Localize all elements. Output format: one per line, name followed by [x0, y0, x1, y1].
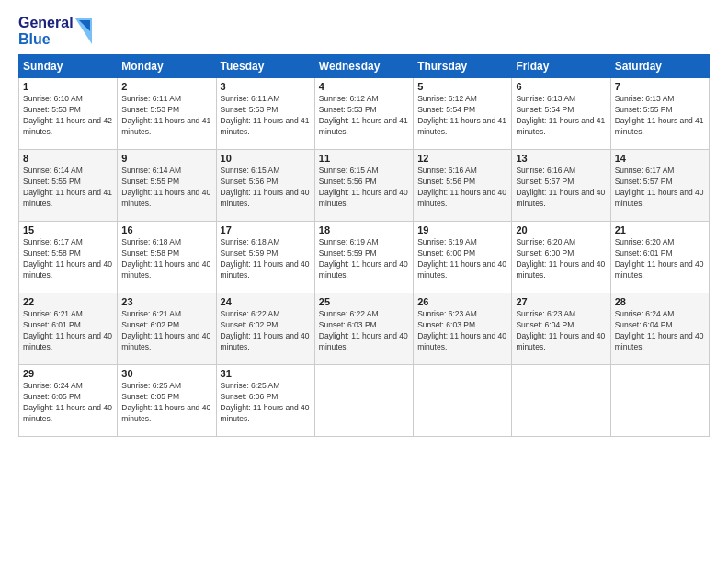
day-info: Sunrise: 6:16 AMSunset: 5:57 PMDaylight:… [516, 166, 606, 210]
day-info: Sunrise: 6:19 AMSunset: 6:00 PMDaylight:… [417, 237, 507, 282]
day-info: Sunrise: 6:23 AMSunset: 6:04 PMDaylight:… [516, 309, 606, 353]
calendar: SundayMondayTuesdayWednesdayThursdayFrid… [18, 54, 710, 437]
day-info: Sunrise: 6:21 AMSunset: 6:02 PMDaylight:… [121, 309, 211, 353]
day-number: 16 [121, 224, 211, 236]
day-number: 7 [615, 81, 705, 92]
page: General Blue SundayMondayTuesdayWednesda… [0, 0, 728, 563]
calendar-cell: 6 Sunrise: 6:13 AMSunset: 5:54 PMDayligh… [512, 78, 610, 150]
logo-text-general: General [18, 15, 74, 31]
day-info: Sunrise: 6:13 AMSunset: 5:55 PMDaylight:… [615, 94, 705, 138]
weekday-header-monday: Monday [118, 55, 216, 78]
day-info: Sunrise: 6:19 AMSunset: 5:59 PMDaylight:… [319, 237, 409, 282]
calendar-cell: 18 Sunrise: 6:19 AMSunset: 5:59 PMDaylig… [314, 222, 413, 293]
calendar-cell [314, 365, 413, 437]
calendar-cell: 26 Sunrise: 6:23 AMSunset: 6:03 PMDaylig… [414, 293, 512, 365]
calendar-cell: 30 Sunrise: 6:25 AMSunset: 6:05 PMDaylig… [118, 365, 216, 437]
weekday-header-wednesday: Wednesday [314, 55, 413, 78]
calendar-cell: 27 Sunrise: 6:23 AMSunset: 6:04 PMDaylig… [512, 293, 610, 365]
day-number: 26 [417, 296, 507, 307]
day-number: 31 [221, 368, 311, 379]
day-number: 1 [23, 81, 113, 92]
weekday-header-tuesday: Tuesday [216, 55, 314, 78]
weekday-header-saturday: Saturday [610, 55, 709, 78]
day-info: Sunrise: 6:15 AMSunset: 5:56 PMDaylight:… [319, 166, 409, 210]
day-info: Sunrise: 6:12 AMSunset: 5:53 PMDaylight:… [319, 94, 409, 138]
calendar-cell: 23 Sunrise: 6:21 AMSunset: 6:02 PMDaylig… [118, 293, 216, 365]
day-number: 21 [615, 224, 705, 236]
calendar-cell: 12 Sunrise: 6:16 AMSunset: 5:56 PMDaylig… [414, 150, 512, 222]
day-number: 13 [516, 153, 606, 164]
day-info: Sunrise: 6:18 AMSunset: 5:58 PMDaylight:… [121, 237, 211, 282]
logo-text-blue: Blue [18, 31, 74, 48]
calendar-cell: 31 Sunrise: 6:25 AMSunset: 6:06 PMDaylig… [216, 365, 314, 437]
day-info: Sunrise: 6:20 AMSunset: 6:01 PMDaylight:… [615, 237, 705, 282]
day-info: Sunrise: 6:22 AMSunset: 6:03 PMDaylight:… [319, 309, 409, 353]
calendar-cell: 9 Sunrise: 6:14 AMSunset: 5:55 PMDayligh… [118, 150, 216, 222]
calendar-cell: 2 Sunrise: 6:11 AMSunset: 5:53 PMDayligh… [118, 78, 216, 150]
day-info: Sunrise: 6:23 AMSunset: 6:03 PMDaylight:… [417, 309, 507, 353]
day-info: Sunrise: 6:22 AMSunset: 6:02 PMDaylight:… [221, 309, 311, 353]
calendar-cell: 13 Sunrise: 6:16 AMSunset: 5:57 PMDaylig… [512, 150, 610, 222]
calendar-cell: 10 Sunrise: 6:15 AMSunset: 5:56 PMDaylig… [216, 150, 314, 222]
calendar-cell: 19 Sunrise: 6:19 AMSunset: 6:00 PMDaylig… [414, 222, 512, 293]
day-number: 4 [319, 81, 409, 92]
day-info: Sunrise: 6:16 AMSunset: 5:56 PMDaylight:… [417, 166, 507, 210]
day-info: Sunrise: 6:12 AMSunset: 5:54 PMDaylight:… [417, 94, 507, 138]
day-info: Sunrise: 6:18 AMSunset: 5:59 PMDaylight:… [221, 237, 311, 282]
day-info: Sunrise: 6:24 AMSunset: 6:04 PMDaylight:… [615, 309, 705, 353]
calendar-cell: 1 Sunrise: 6:10 AMSunset: 5:53 PMDayligh… [19, 78, 118, 150]
calendar-cell: 17 Sunrise: 6:18 AMSunset: 5:59 PMDaylig… [216, 222, 314, 293]
header: General Blue [18, 15, 710, 47]
calendar-cell: 25 Sunrise: 6:22 AMSunset: 6:03 PMDaylig… [314, 293, 413, 365]
day-number: 19 [417, 224, 507, 236]
day-number: 23 [121, 296, 211, 307]
day-number: 10 [221, 153, 311, 164]
day-number: 17 [221, 224, 311, 236]
day-info: Sunrise: 6:10 AMSunset: 5:53 PMDaylight:… [23, 94, 113, 138]
logo: General Blue [18, 15, 92, 47]
calendar-cell: 20 Sunrise: 6:20 AMSunset: 6:00 PMDaylig… [512, 222, 610, 293]
day-number: 8 [23, 153, 113, 164]
day-info: Sunrise: 6:17 AMSunset: 5:58 PMDaylight:… [23, 237, 113, 282]
day-number: 20 [516, 224, 606, 236]
day-info: Sunrise: 6:11 AMSunset: 5:53 PMDaylight:… [221, 94, 311, 138]
weekday-header-friday: Friday [512, 55, 610, 78]
calendar-cell: 11 Sunrise: 6:15 AMSunset: 5:56 PMDaylig… [314, 150, 413, 222]
calendar-cell [512, 365, 610, 437]
calendar-cell: 29 Sunrise: 6:24 AMSunset: 6:05 PMDaylig… [19, 365, 118, 437]
day-info: Sunrise: 6:17 AMSunset: 5:57 PMDaylight:… [615, 166, 705, 210]
calendar-cell: 22 Sunrise: 6:21 AMSunset: 6:01 PMDaylig… [19, 293, 118, 365]
day-number: 15 [23, 224, 113, 236]
calendar-cell: 8 Sunrise: 6:14 AMSunset: 5:55 PMDayligh… [19, 150, 118, 222]
calendar-cell: 16 Sunrise: 6:18 AMSunset: 5:58 PMDaylig… [118, 222, 216, 293]
weekday-header-sunday: Sunday [19, 55, 118, 78]
calendar-cell [414, 365, 512, 437]
day-info: Sunrise: 6:14 AMSunset: 5:55 PMDaylight:… [23, 166, 113, 210]
day-number: 11 [319, 153, 409, 164]
day-info: Sunrise: 6:14 AMSunset: 5:55 PMDaylight:… [121, 166, 211, 210]
day-number: 5 [417, 81, 507, 92]
calendar-cell: 15 Sunrise: 6:17 AMSunset: 5:58 PMDaylig… [19, 222, 118, 293]
day-number: 25 [319, 296, 409, 307]
calendar-cell: 21 Sunrise: 6:20 AMSunset: 6:01 PMDaylig… [610, 222, 709, 293]
calendar-cell: 4 Sunrise: 6:12 AMSunset: 5:53 PMDayligh… [314, 78, 413, 150]
day-number: 6 [516, 81, 606, 92]
calendar-cell: 28 Sunrise: 6:24 AMSunset: 6:04 PMDaylig… [610, 293, 709, 365]
calendar-cell: 14 Sunrise: 6:17 AMSunset: 5:57 PMDaylig… [610, 150, 709, 222]
day-info: Sunrise: 6:11 AMSunset: 5:53 PMDaylight:… [121, 94, 211, 138]
day-number: 24 [221, 296, 311, 307]
day-number: 30 [121, 368, 211, 379]
day-info: Sunrise: 6:15 AMSunset: 5:56 PMDaylight:… [221, 166, 311, 210]
calendar-cell: 5 Sunrise: 6:12 AMSunset: 5:54 PMDayligh… [414, 78, 512, 150]
day-number: 28 [615, 296, 705, 307]
calendar-cell: 3 Sunrise: 6:11 AMSunset: 5:53 PMDayligh… [216, 78, 314, 150]
day-info: Sunrise: 6:13 AMSunset: 5:54 PMDaylight:… [516, 94, 606, 138]
day-info: Sunrise: 6:21 AMSunset: 6:01 PMDaylight:… [23, 309, 113, 353]
day-info: Sunrise: 6:20 AMSunset: 6:00 PMDaylight:… [516, 237, 606, 282]
day-number: 27 [516, 296, 606, 307]
day-number: 3 [221, 81, 311, 92]
calendar-cell: 24 Sunrise: 6:22 AMSunset: 6:02 PMDaylig… [216, 293, 314, 365]
day-number: 12 [417, 153, 507, 164]
calendar-cell [610, 365, 709, 437]
day-number: 29 [23, 368, 113, 379]
